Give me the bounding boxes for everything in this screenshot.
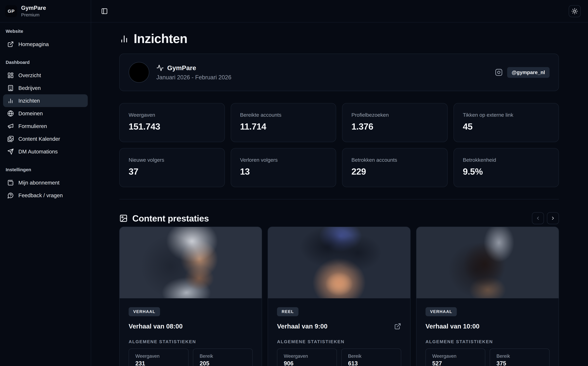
section-divider (119, 199, 559, 199)
content-card-verhaal-1000[interactable]: VERHAAL Verhaal van 10:00 ALGEMENE STATI… (416, 227, 559, 366)
profile-network: @gympare_nl (495, 67, 550, 78)
page-content: Inzichten GymPare Januari 2026 - Februar… (91, 23, 588, 366)
stat-card-betrokkenheid: Betrokkenheid 9.5% (453, 148, 559, 187)
sidebar-toggle-button[interactable] (98, 5, 110, 17)
profile-card: GymPare Januari 2026 - Februari 2026 @gy… (119, 53, 559, 91)
stat-value: 45 (463, 121, 550, 131)
instagram-handle-badge[interactable]: @gympare_nl (507, 67, 550, 78)
profile-name-row: GymPare (156, 64, 231, 72)
mini-stat-value: 613 (348, 360, 394, 366)
stats-row-2: Nieuwe volgers 37 Verloren volgers 13 Be… (119, 148, 559, 187)
sidebar-item-label: Domeinen (18, 110, 43, 116)
brand-name: GymPare (21, 5, 46, 11)
stat-card-tikken-externe-link: Tikken op externe link 45 (453, 103, 559, 142)
sidebar-item-label: Mijn abonnement (18, 180, 60, 186)
stat-card-weergaven: Weergaven 151.743 (119, 103, 225, 142)
content-card-verhaal-0900[interactable]: REEL Verhaal van 9:00 ALGEMENE STATISTIE… (268, 227, 410, 366)
post-stats-section-label: ALGEMENE STATISTIEKEN (426, 339, 550, 344)
stat-card-verloren-volgers: Verloren volgers 13 (231, 148, 336, 187)
stat-value: 151.743 (129, 121, 215, 131)
post-type-badge: VERHAAL (129, 307, 160, 316)
section-label: Instellingen (3, 167, 88, 172)
stat-label: Nieuwe volgers (129, 157, 215, 163)
sidebar-item-domeinen[interactable]: Domeinen (3, 107, 88, 120)
content-card-verhaal-0800[interactable]: VERHAAL Verhaal van 08:00 ALGEMENE STATI… (119, 227, 262, 366)
post-body: REEL Verhaal van 9:00 ALGEMENE STATISTIE… (268, 298, 410, 366)
sidebar-item-homepagina[interactable]: Homepagina (3, 38, 88, 51)
stat-value: 13 (240, 166, 327, 176)
carousel-pager (532, 212, 559, 224)
stat-card-bereikte-accounts: Bereikte accounts 11.714 (231, 103, 336, 142)
sidebar-item-overzicht[interactable]: Overzicht (3, 69, 88, 82)
theme-toggle-button[interactable] (569, 5, 581, 17)
globe-icon (7, 110, 14, 117)
profile-period: Januari 2026 - Februari 2026 (156, 74, 231, 81)
sidebar-section-instellingen: Instellingen Mijn abonnement Feedback / … (3, 167, 88, 202)
post-stats-section-label: ALGEMENE STATISTIEKEN (129, 339, 253, 344)
mini-stat-label: Weergaven (284, 353, 330, 359)
sidebar-item-label: Inzichten (18, 98, 40, 104)
mini-stat-value: 527 (432, 360, 479, 366)
brand-plan: Premium (21, 12, 46, 17)
avatar (129, 62, 149, 83)
sidebar: GP GymPare Premium Website Homepagina Da… (0, 0, 91, 366)
sidebar-item-feedback-vragen[interactable]: Feedback / vragen (3, 189, 88, 202)
post-type-badge: REEL (277, 307, 298, 316)
brand-text: GymPare Premium (21, 5, 46, 17)
mini-stat-bereik: Bereik 613 (341, 349, 401, 366)
bar-chart-icon (119, 34, 129, 44)
sidebar-item-dm-automations[interactable]: DM Automations (3, 145, 88, 158)
post-title-row: Verhaal van 9:00 (277, 323, 401, 330)
sidebar-item-formulieren[interactable]: Formulieren (3, 120, 88, 132)
mini-stat-label: Bereik (348, 353, 394, 359)
post-body: VERHAAL Verhaal van 10:00 ALGEMENE STATI… (416, 298, 558, 366)
building-icon (7, 85, 14, 91)
mini-stat-weergaven: Weergaven 231 (129, 349, 188, 366)
mini-stat-value: 375 (497, 360, 543, 366)
mini-stat-label: Bereik (200, 353, 246, 359)
carousel-next-button[interactable] (547, 212, 559, 224)
stat-label: Bereikte accounts (240, 112, 327, 118)
stat-card-betrokken-accounts: Betrokken accounts 229 (342, 148, 448, 187)
post-image (416, 227, 558, 298)
external-link-icon[interactable] (394, 323, 401, 330)
mini-stat-value: 205 (200, 360, 246, 366)
page-title-text: Inzichten (134, 32, 188, 45)
post-stats: Weergaven 906 Bereik 613 (277, 349, 401, 366)
sidebar-item-label: Overzicht (18, 72, 41, 78)
content-performance-header: Content prestaties (119, 212, 559, 224)
sidebar-item-mijn-abonnement[interactable]: Mijn abonnement (3, 176, 88, 189)
sidebar-item-label: Homepagina (18, 41, 49, 47)
topbar (91, 0, 588, 23)
post-title-row: Verhaal van 10:00 (426, 323, 550, 330)
profile-name: GymPare (167, 64, 196, 72)
sidebar-nav: Website Homepagina Dashboard Overzicht B… (0, 23, 91, 208)
post-stats: Weergaven 231 Bereik 205 (129, 349, 253, 366)
main-area: Inzichten GymPare Januari 2026 - Februar… (91, 0, 588, 366)
mini-stat-label: Weergaven (432, 353, 479, 359)
sidebar-item-label: Content Kalender (18, 136, 60, 142)
stat-label: Betrokkenheid (463, 157, 550, 163)
sidebar-item-content-kalender[interactable]: Content Kalender (3, 132, 88, 145)
sidebar-item-inzichten[interactable]: Inzichten (3, 94, 88, 107)
instagram-icon (495, 69, 503, 76)
chevron-left-icon (535, 216, 541, 221)
megaphone-icon (7, 123, 14, 130)
mini-stat-weergaven: Weergaven 527 (426, 349, 485, 366)
content-performance-title: Content prestaties (132, 213, 209, 223)
stat-label: Betrokken accounts (351, 157, 438, 163)
sidebar-item-bedrijven[interactable]: Bedrijven (3, 82, 88, 94)
sidebar-item-label: Formulieren (18, 123, 47, 129)
page-title: Inzichten (119, 32, 559, 45)
mini-stat-value: 231 (135, 360, 182, 366)
carousel-prev-button[interactable] (532, 212, 544, 224)
sidebar-item-label: Feedback / vragen (18, 192, 63, 198)
section-label: Website (3, 29, 88, 34)
post-stats-section-label: ALGEMENE STATISTIEKEN (277, 339, 401, 344)
brand-logo: GP (5, 5, 17, 17)
stat-label: Profielbezoeken (351, 112, 438, 118)
mini-stat-label: Bereik (497, 353, 543, 359)
mini-stat-bereik: Bereik 375 (490, 349, 550, 366)
help-chat-icon (7, 192, 14, 199)
content-cards: VERHAAL Verhaal van 08:00 ALGEMENE STATI… (119, 227, 559, 366)
